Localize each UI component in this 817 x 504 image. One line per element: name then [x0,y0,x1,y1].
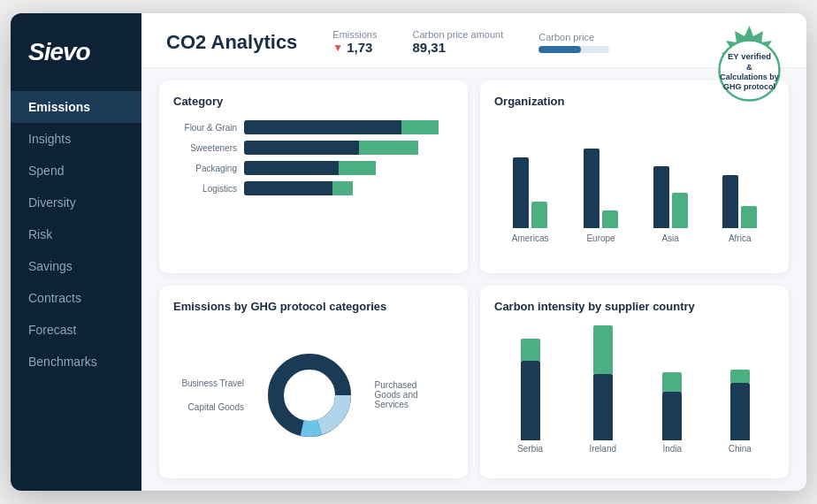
bar-track [244,161,454,175]
ey-badge-svg: EY verified & Calculations by GHG protoc… [703,24,796,117]
dashboard: Category Flour & Grain Sweeteners Packag… [141,68,806,491]
bar-dark [244,181,332,195]
bar-label: Logistics [173,184,237,194]
bar-dark [244,120,401,134]
org-bars [513,157,547,228]
intensity-label: China [729,444,752,454]
donut-labels-left: Business Travel Capital Goods [181,378,244,412]
ghg-card: Emissions by GHG protocol categories Bus… [159,286,468,478]
intensity-bar-dark [593,374,613,440]
bar-track [244,141,454,155]
bar-green [332,181,354,195]
bar-track [244,120,454,134]
bar-green [339,161,377,175]
bar-row: Sweeteners [173,141,454,155]
intensity-bar-wrap [521,339,540,440]
svg-text:GHG protocol: GHG protocol [723,82,775,91]
ghg-card-title: Emissions by GHG protocol categories [173,300,454,313]
sidebar-item-emissions[interactable]: Emissions [11,91,141,123]
intensity-bar-dark [662,392,682,440]
sidebar-item-risk[interactable]: Risk [11,218,141,250]
logo: Sievo [11,38,141,91]
org-label: Americas [512,233,549,243]
donut-container: Business Travel Capital Goods Purchased … [173,325,454,464]
ey-badge: EY verified & Calculations by GHG protoc… [703,24,796,117]
app-container: Sievo EmissionsInsightsSpendDiversityRis… [11,13,806,491]
org-chart: Americas Europe Asia Africa [494,120,775,259]
org-group: Americas [512,157,549,243]
svg-point-3 [292,378,327,413]
org-bar-dark [653,166,669,228]
donut-label-business-travel: Business Travel [181,378,244,388]
emissions-metric: Emissions ▼ 1,73 [332,29,377,55]
bar-green [401,120,439,134]
intensity-bar-wrap [593,325,613,440]
intensity-bar-dark [730,383,750,440]
org-group: Europe [584,149,618,243]
carbon-price-amount-metric: Carbon price amount 89,31 [412,29,503,55]
org-label: Europe [586,233,615,243]
emissions-label: Emissions [332,29,377,40]
sidebar-item-forecast[interactable]: Forecast [11,314,141,346]
org-bar-green [672,193,688,228]
donut-chart-svg [261,347,358,444]
sidebar-item-diversity[interactable]: Diversity [11,187,141,218]
org-bars [584,149,618,228]
bar-green [359,141,417,155]
org-bar-green [531,202,547,228]
org-label: Asia [661,233,678,243]
intensity-group: India [662,372,682,454]
page-title: CO2 Analytics [166,31,297,54]
org-bars [653,166,688,228]
carbon-price-metric: Carbon price [538,32,609,53]
donut-label-capital-goods: Capital Goods [181,402,244,412]
category-card: Category Flour & Grain Sweeteners Packag… [159,80,468,273]
svg-text:Calculations by: Calculations by [720,73,779,81]
sidebar-item-savings[interactable]: Savings [11,250,141,282]
carbon-price-bar-fill [538,46,581,53]
org-bar-green [602,210,618,228]
bar-dark [244,141,359,155]
intensity-bar-green [730,370,750,383]
carbon-price-label: Carbon price [538,32,609,42]
org-bar-dark [584,149,599,228]
org-bar-dark [722,175,738,228]
category-bar-chart: Flour & Grain Sweeteners Packaging Logis… [173,120,454,259]
sidebar-item-insights[interactable]: Insights [11,123,141,155]
intensity-label: Serbia [517,444,543,454]
bar-dark [244,161,339,175]
org-bar-green [741,206,757,228]
sidebar-item-benchmarks[interactable]: Benchmarks [11,346,141,378]
category-card-title: Category [173,95,454,108]
bar-row: Flour & Grain [173,120,454,134]
org-bar-dark [513,157,529,228]
svg-text:EY verified: EY verified [728,51,771,61]
org-bars [722,175,757,228]
intensity-bar-green [521,339,540,361]
intensity-bar-green [662,372,682,392]
emissions-number: 1,73 [347,40,372,55]
carbon-price-amount-value: 89,31 [412,40,503,55]
intensity-card-title: Carbon intensity by supplier country [494,300,775,313]
org-group: Asia [653,166,688,243]
svg-text:&: & [746,62,752,72]
intensity-group: China [729,370,752,454]
bar-label: Flour & Grain [173,123,237,133]
org-group: Africa [722,175,757,243]
sidebar-item-spend[interactable]: Spend [11,155,141,187]
intensity-bar-wrap [662,372,682,440]
intensity-label: India [663,444,683,454]
intensity-bar-wrap [730,370,750,440]
org-label: Africa [729,233,752,243]
bar-track [244,181,454,195]
donut-label-purchased: Purchased Goods and Services [375,380,446,409]
bar-label: Packaging [173,164,237,173]
intensity-card: Carbon intensity by supplier country Ser… [480,286,789,478]
arrow-down-icon: ▼ [332,42,343,54]
sidebar-item-contracts[interactable]: Contracts [11,282,141,314]
carbon-price-amount-label: Carbon price amount [412,29,503,40]
intensity-bar-green [593,325,613,374]
carbon-price-bar [538,46,609,53]
bar-row: Packaging [173,161,454,175]
emissions-value: ▼ 1,73 [332,40,377,55]
